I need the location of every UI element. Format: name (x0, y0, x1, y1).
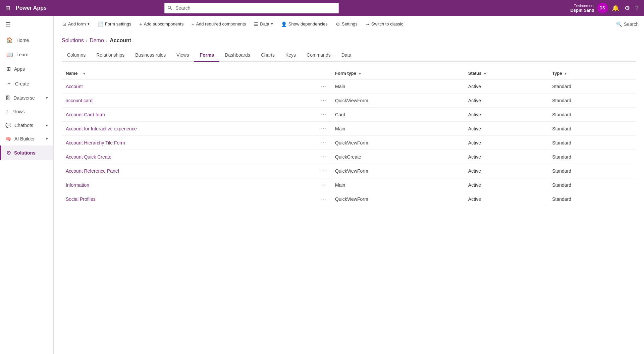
cell-name[interactable]: account card (62, 94, 318, 108)
data-button[interactable]: ☰ Data ▾ (251, 19, 276, 29)
tab-relationships[interactable]: Relationships (91, 49, 130, 62)
cell-status: Active (464, 94, 548, 108)
sidebar-label-ai-builder: AI Builder (14, 136, 35, 141)
chatbots-chevron-icon: ▾ (46, 123, 48, 128)
help-button[interactable]: ? (634, 3, 640, 13)
environment-name: Dspin Sand (570, 8, 594, 13)
sidebar-item-dataverse[interactable]: 🗄 Dataverse ▾ (0, 91, 53, 105)
create-icon: ＋ (6, 80, 12, 87)
waffle-icon[interactable]: ⊞ (4, 3, 12, 13)
cell-actions[interactable]: ··· (318, 122, 331, 136)
settings-toolbar-button[interactable]: ⚙ Settings (332, 19, 361, 29)
data-icon: ☰ (254, 21, 258, 27)
switch-classic-label: Switch to classic (371, 21, 403, 26)
cell-actions[interactable]: ··· (318, 136, 331, 150)
column-header-type[interactable]: Type ▾ (548, 67, 636, 79)
form-settings-label: Form settings (105, 21, 131, 26)
topbar-search-input[interactable] (164, 3, 339, 13)
type-sort-icon: ▾ (565, 71, 567, 75)
cell-name[interactable]: Account Quick Create (62, 150, 318, 164)
environment-info: Environment Dspin Sand (570, 4, 594, 13)
user-avatar[interactable]: DS (597, 3, 608, 13)
cell-type: Standard (548, 192, 636, 206)
sidebar-label-home: Home (16, 38, 29, 43)
cell-name[interactable]: Account Reference Panel (62, 164, 318, 178)
sidebar-item-apps[interactable]: ⊞ Apps (0, 62, 53, 76)
environment-label: Environment (570, 4, 594, 8)
sidebar-item-home[interactable]: 🏠 Home (0, 33, 53, 47)
status-sort-icon: ▾ (484, 71, 486, 75)
table-row: Information···MainActiveStandard (62, 178, 636, 192)
add-subcomponents-button[interactable]: + Add subcomponents (136, 19, 187, 29)
sidebar-label-dataverse: Dataverse (13, 95, 35, 101)
tab-columns[interactable]: Columns (62, 49, 91, 62)
column-header-status[interactable]: Status ▾ (464, 67, 548, 79)
cell-actions[interactable]: ··· (318, 79, 331, 94)
tab-keys[interactable]: Keys (280, 49, 301, 62)
tab-charts[interactable]: Charts (256, 49, 280, 62)
breadcrumb-solutions[interactable]: Solutions (62, 38, 84, 44)
settings-toolbar-label: Settings (342, 21, 358, 26)
add-subcomponents-label: Add subcomponents (144, 21, 184, 26)
sidebar-label-create: Create (15, 81, 29, 86)
topbar-search-container (164, 3, 339, 13)
add-form-button[interactable]: ⊡ Add form ▾ (59, 19, 93, 29)
cell-actions[interactable]: ··· (318, 108, 331, 122)
sidebar: ☰ 🏠 Home 📖 Learn ⊞ Apps ＋ Create 🗄 Datav… (0, 16, 54, 354)
sidebar-collapse-button[interactable]: ☰ (0, 16, 53, 33)
breadcrumb-demo[interactable]: Demo (90, 38, 104, 44)
notifications-button[interactable]: 🔔 (610, 3, 621, 13)
learn-icon: 📖 (6, 51, 13, 58)
cell-actions[interactable]: ··· (318, 94, 331, 108)
forms-table: Name ↑ ▾ Form type ▾ Status ▾ (62, 67, 636, 206)
sidebar-item-learn[interactable]: 📖 Learn (0, 47, 53, 62)
sidebar-item-create[interactable]: ＋ Create (0, 76, 53, 91)
column-header-actions (318, 67, 331, 79)
form-settings-icon: 📄 (98, 21, 103, 27)
column-header-form-type[interactable]: Form type ▾ (331, 67, 464, 79)
tab-data[interactable]: Data (336, 49, 357, 62)
cell-name[interactable]: Account Hierarchy Tile Form (62, 136, 318, 150)
cell-name[interactable]: Account Card form (62, 108, 318, 122)
settings-button[interactable]: ⚙ (623, 3, 631, 13)
cell-form-type: Main (331, 79, 464, 94)
cell-name[interactable]: Account (62, 79, 318, 94)
show-dependencies-label: Show dependencies (288, 21, 328, 26)
sidebar-item-flows[interactable]: ↕ Flows (0, 105, 53, 119)
cell-name[interactable]: Information (62, 178, 318, 192)
tab-dashboards[interactable]: Dashboards (219, 49, 256, 62)
add-required-button[interactable]: + Add required components (188, 19, 249, 29)
tab-views[interactable]: Views (171, 49, 194, 62)
cell-type: Standard (548, 79, 636, 94)
cell-actions[interactable]: ··· (318, 178, 331, 192)
cell-name[interactable]: Social Profiles (62, 192, 318, 206)
data-label: Data (260, 21, 269, 26)
cell-form-type: QuickViewForm (331, 192, 464, 206)
switch-classic-button[interactable]: ⇥ Switch to classic (362, 19, 407, 29)
switch-classic-icon: ⇥ (366, 21, 370, 27)
main-layout: ☰ 🏠 Home 📖 Learn ⊞ Apps ＋ Create 🗄 Datav… (0, 16, 644, 354)
form-settings-button[interactable]: 📄 Form settings (94, 19, 135, 29)
breadcrumb: Solutions › Demo › Account (62, 38, 636, 44)
show-dependencies-button[interactable]: 👤 Show dependencies (278, 19, 331, 29)
column-form-type-label: Form type (335, 71, 356, 76)
column-header-name[interactable]: Name ↑ ▾ (62, 67, 318, 79)
cell-status: Active (464, 192, 548, 206)
tab-commands[interactable]: Commands (301, 49, 336, 62)
toolbar-search-right[interactable]: 🔍 Search (616, 21, 639, 27)
table-row: Account···MainActiveStandard (62, 79, 636, 94)
sidebar-label-learn: Learn (16, 52, 29, 57)
sidebar-item-ai-builder[interactable]: 🧠 AI Builder ▾ (0, 132, 53, 145)
add-form-label: Add form (68, 21, 86, 26)
cell-actions[interactable]: ··· (318, 164, 331, 178)
cell-form-type: QuickViewForm (331, 94, 464, 108)
tab-forms[interactable]: Forms (194, 49, 219, 62)
tab-business-rules[interactable]: Business rules (130, 49, 171, 62)
cell-actions[interactable]: ··· (318, 192, 331, 206)
cell-name[interactable]: Account for Interactive experience (62, 122, 318, 136)
sidebar-label-solutions: Solutions (14, 150, 36, 156)
cell-actions[interactable]: ··· (318, 150, 331, 164)
sidebar-item-chatbots[interactable]: 💬 Chatbots ▾ (0, 119, 53, 132)
sidebar-item-solutions[interactable]: ⊙ Solutions (0, 145, 53, 160)
cell-type: Standard (548, 108, 636, 122)
